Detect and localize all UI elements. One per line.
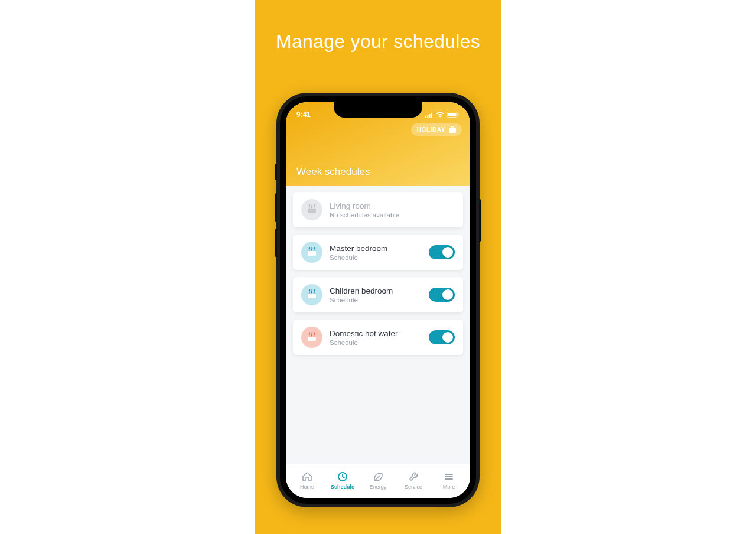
radiator-icon bbox=[301, 284, 322, 305]
wrench-icon bbox=[408, 471, 419, 482]
svg-rect-2 bbox=[458, 113, 459, 116]
clock-icon bbox=[337, 471, 348, 482]
card-title: Living room bbox=[330, 201, 455, 210]
tab-service[interactable]: Service bbox=[396, 471, 431, 490]
phone-frame: 9:41 HOLIDAY Week schedules bbox=[276, 93, 480, 507]
schedule-card-hot-water[interactable]: Domestic hot water Schedule bbox=[293, 320, 463, 355]
card-title: Master bedroom bbox=[330, 244, 422, 253]
tab-label: More bbox=[443, 484, 455, 490]
hotwater-icon bbox=[301, 327, 322, 348]
svg-rect-5 bbox=[308, 294, 316, 298]
promo-panel: Manage your schedules 9:41 bbox=[255, 0, 501, 534]
schedule-toggle[interactable] bbox=[429, 288, 455, 302]
schedule-card-children-bedroom[interactable]: Children bedroom Schedule bbox=[293, 277, 463, 312]
tab-home[interactable]: Home bbox=[289, 471, 325, 490]
schedule-toggle[interactable] bbox=[429, 330, 455, 344]
holiday-chip[interactable]: HOLIDAY bbox=[411, 123, 462, 136]
status-indicators bbox=[425, 112, 460, 118]
battery-icon bbox=[447, 112, 460, 118]
tab-bar: Home Schedule Energy Service bbox=[286, 464, 470, 498]
status-time: 9:41 bbox=[296, 110, 311, 119]
schedule-toggle[interactable] bbox=[429, 245, 455, 259]
card-title: Domestic hot water bbox=[330, 329, 422, 338]
card-subtitle: No schedules available bbox=[330, 211, 455, 219]
card-subtitle: Schedule bbox=[330, 339, 422, 346]
tab-label: Energy bbox=[370, 484, 387, 490]
signal-icon bbox=[425, 112, 434, 118]
schedule-card-master-bedroom[interactable]: Master bedroom Schedule bbox=[293, 235, 463, 270]
tab-energy[interactable]: Energy bbox=[360, 471, 396, 490]
tab-more[interactable]: More bbox=[431, 471, 467, 490]
tab-label: Home bbox=[300, 484, 314, 490]
leaf-icon bbox=[373, 471, 383, 482]
svg-rect-1 bbox=[448, 113, 457, 116]
tab-schedule[interactable]: Schedule bbox=[325, 471, 360, 490]
schedule-card-living-room[interactable]: Living room No schedules available bbox=[293, 192, 463, 227]
svg-rect-3 bbox=[308, 209, 316, 213]
suitcase-icon bbox=[449, 126, 456, 133]
menu-icon bbox=[444, 471, 454, 482]
svg-rect-6 bbox=[308, 337, 316, 341]
card-title: Children bedroom bbox=[330, 286, 422, 295]
holiday-label: HOLIDAY bbox=[417, 126, 445, 133]
card-subtitle: Schedule bbox=[330, 254, 422, 261]
svg-rect-4 bbox=[308, 251, 316, 256]
phone-screen: 9:41 HOLIDAY Week schedules bbox=[286, 102, 470, 498]
home-icon bbox=[302, 471, 312, 482]
card-subtitle: Schedule bbox=[330, 297, 422, 304]
wifi-icon bbox=[436, 112, 444, 118]
promo-title: Manage your schedules bbox=[276, 31, 480, 53]
schedule-list: Living room No schedules available Maste… bbox=[286, 186, 470, 464]
tab-label: Schedule bbox=[331, 484, 354, 490]
radiator-icon bbox=[301, 242, 322, 263]
tab-label: Service bbox=[405, 484, 422, 490]
section-title: Week schedules bbox=[296, 166, 370, 178]
phone-notch bbox=[334, 102, 422, 118]
radiator-icon bbox=[301, 199, 322, 220]
